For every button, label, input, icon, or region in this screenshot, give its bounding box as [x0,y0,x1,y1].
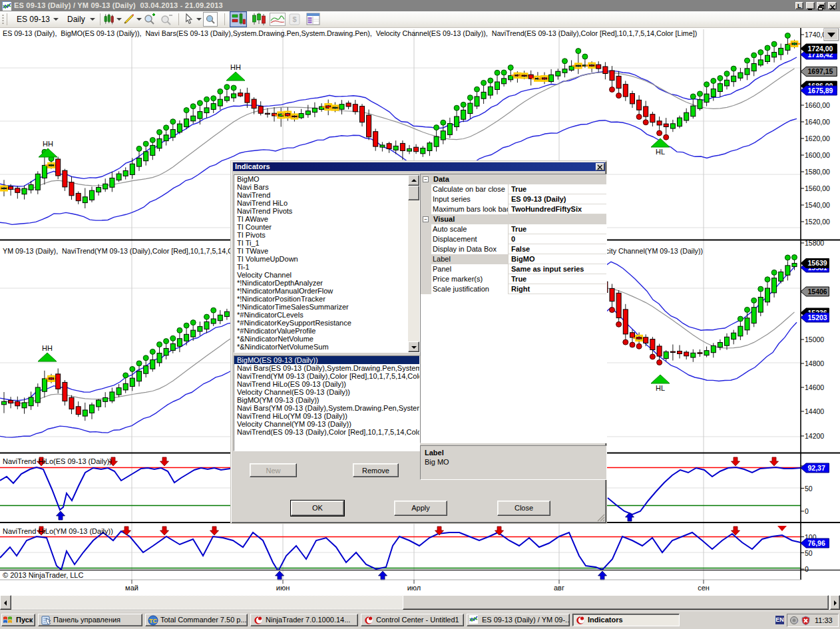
svg-text:май: май [125,584,138,592]
svg-text:сен: сен [698,584,710,592]
svg-text:0: 0 [805,565,809,573]
svg-text:14800: 14800 [805,359,824,367]
svg-text:14200: 14200 [805,432,824,440]
svg-text:14400: 14400 [805,407,824,415]
svg-text:76,96: 76,96 [808,539,825,547]
svg-text:HL: HL [656,384,665,392]
svg-text:15800: 15800 [805,239,824,247]
svg-text:1600,00: 1600,00 [805,151,830,159]
svg-text:© 2013 NinjaTrader, LLC: © 2013 NinjaTrader, LLC [3,571,83,579]
svg-text:июл: июл [407,584,421,592]
svg-text:1580,00: 1580,00 [805,168,830,176]
svg-text:15000: 15000 [805,335,824,343]
svg-text:HH: HH [230,63,241,71]
svg-text:1660,00: 1660,00 [805,101,830,109]
svg-text:ES 09-13 (Daily), BigMO(ES 09: ES 09-13 (Daily), BigMO(ES 09-13 (Daily)… [3,29,697,37]
svg-text:авг: авг [554,584,564,592]
svg-text:0: 0 [805,507,809,515]
svg-text:HH: HH [42,344,53,352]
svg-text:$: $ [292,15,296,23]
svg-text:TC: TC [149,618,157,624]
svg-text:1697,15: 1697,15 [808,67,833,75]
svg-text:1620,00: 1620,00 [805,134,830,142]
svg-text:1640,00: 1640,00 [805,118,830,126]
svg-text:1520,00: 1520,00 [805,218,830,226]
svg-text:июн: июн [276,584,290,592]
svg-text:HH: HH [43,140,53,148]
svg-text:50: 50 [805,485,813,493]
svg-text:15203: 15203 [808,314,827,321]
svg-text:92,37: 92,37 [808,464,825,472]
svg-text:1560,00: 1560,00 [805,184,830,192]
svg-text:14600: 14600 [805,383,824,391]
svg-text:50: 50 [805,549,813,557]
svg-text:15406: 15406 [808,288,827,296]
svg-text:15639: 15639 [808,259,827,267]
svg-text:1724,00: 1724,00 [808,45,833,53]
svg-text:NaviTrend HiLo(YM 09-13 (Daily: NaviTrend HiLo(YM 09-13 (Daily)) [3,527,113,535]
svg-text:HL: HL [656,148,665,156]
svg-text:NaviTrend HiLo(ES 09-13 (Daily: NaviTrend HiLo(ES 09-13 (Daily)) [3,457,112,465]
svg-text:1675,89: 1675,89 [808,87,833,95]
svg-text:1540,00: 1540,00 [805,201,830,209]
